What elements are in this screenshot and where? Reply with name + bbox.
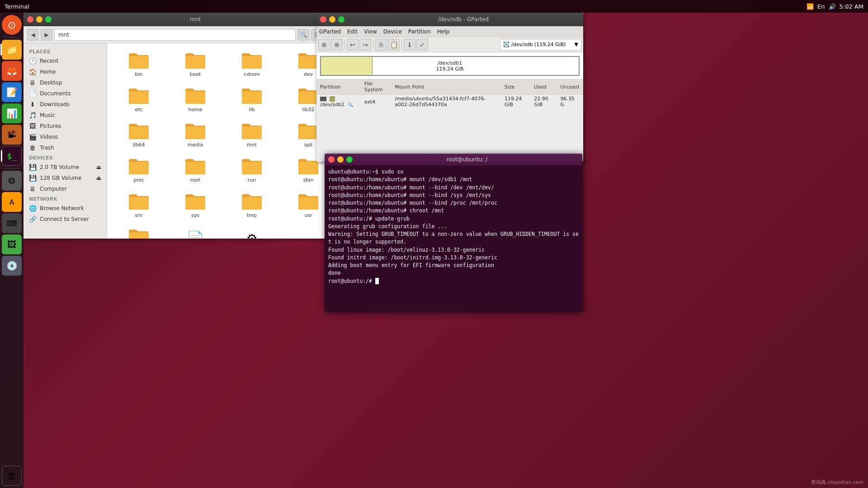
gp-btn-info[interactable]: ℹ <box>404 39 415 51</box>
launcher-icon-browser[interactable]: 🦊 <box>2 61 22 81</box>
device-selector[interactable]: 💽 /dev/sdb (119.24 GiB) ▼ <box>500 39 581 51</box>
partition-mount: /media/ubuntu/55a31434-fcf7-4076-a002-26… <box>391 94 501 109</box>
gp-btn-apply[interactable]: ↪ <box>359 39 371 51</box>
sidebar-item-connect-server[interactable]: 🔗 Connect to Server <box>24 214 107 225</box>
sidebar-item-music[interactable]: 🎵 Music <box>24 110 107 121</box>
file-item[interactable]: lib64 <box>112 118 166 151</box>
sidebar-item-desktop[interactable]: 🖥 Desktop <box>24 77 107 88</box>
gparted-menu-view[interactable]: View <box>364 28 377 35</box>
partition-size-cell: 119.24 GiB <box>501 94 530 109</box>
terminal-max-btn[interactable] <box>346 156 353 163</box>
terminal-line: root@ubuntu:/home/ubuntu# chroot /mnt <box>328 207 579 215</box>
launcher-icon-shortcuts[interactable]: ⌨ <box>2 213 22 233</box>
terminal-min-btn[interactable] <box>337 156 344 163</box>
file-label: sbin <box>303 177 314 183</box>
launcher-icon-amazon[interactable]: A <box>2 192 22 212</box>
file-item[interactable]: media <box>168 118 222 151</box>
connect-server-icon: 🔗 <box>29 216 36 223</box>
gparted-close-btn[interactable] <box>320 16 326 23</box>
gparted-menu-partition[interactable]: Partition <box>408 28 431 35</box>
file-manager-min-btn[interactable] <box>36 16 42 23</box>
launcher-icon-image-viewer[interactable]: 🖼 <box>2 235 22 254</box>
launcher-icon-disk[interactable]: 💿 <box>2 256 22 276</box>
back-button[interactable]: ◀ <box>27 29 39 41</box>
file-item[interactable]: root <box>168 154 222 187</box>
file-item[interactable]: tmp <box>225 189 279 222</box>
launcher-icon-terminal[interactable]: $_ <box>2 146 22 166</box>
eject-2tb-icon[interactable]: ⏏ <box>96 164 101 170</box>
file-manager-max-btn[interactable] <box>45 16 52 23</box>
gparted-menu-edit[interactable]: Edit <box>347 28 358 35</box>
gp-btn-undo[interactable]: ↩ <box>347 39 359 51</box>
folder-icon <box>128 157 150 175</box>
launcher-icon-calc[interactable]: 📊 <box>2 103 22 123</box>
sidebar-item-2tb[interactable]: 💾 2.0 TB Volume ⏏ <box>24 162 107 173</box>
gp-btn-paste[interactable]: 📋 <box>388 39 400 51</box>
gparted-max-btn[interactable] <box>338 16 344 23</box>
file-item[interactable]: run <box>225 154 279 187</box>
sidebar-item-recent[interactable]: 🕐 Recent <box>24 56 107 66</box>
folder-icon <box>128 52 150 70</box>
search-button[interactable]: 🔍 <box>297 29 309 41</box>
sidebar-item-browse-network[interactable]: 🌐 Browse Network <box>24 203 107 214</box>
path-bar[interactable]: mnt <box>54 29 296 41</box>
browse-network-icon: 🌐 <box>29 205 36 212</box>
file-item[interactable]: cdrom <box>225 48 279 81</box>
terminal-line: root@ubuntu:/home/ubuntu# mount --bind /… <box>328 199 579 207</box>
gparted-menu-device[interactable]: Device <box>383 28 402 35</box>
gp-btn-copy[interactable]: ⎘ <box>375 39 387 51</box>
launcher-icon-trash[interactable]: 🗑 <box>2 466 22 486</box>
gparted-menu-help[interactable]: Help <box>437 28 449 35</box>
file-label: cdrom <box>244 71 260 77</box>
sidebar-item-pictures[interactable]: 🖼 Pictures <box>24 121 107 131</box>
file-item[interactable]: home <box>168 83 222 116</box>
file-manager-window: mnt ◀ ▶ mnt 🔍 ☰ ⋯ Places 🕐 Recent 🏠 Home… <box>24 13 340 239</box>
forward-button[interactable]: ▶ <box>41 29 52 41</box>
terminal-cursor <box>375 278 379 284</box>
sidebar-item-computer[interactable]: 🖥 Computer <box>24 183 107 194</box>
launcher-icon-writer[interactable]: 📝 <box>2 82 22 102</box>
gparted-menu-gparted[interactable]: GParted <box>319 28 341 35</box>
terminal-content[interactable]: ubuntu@ubuntu:~$ sudo suroot@ubuntu:/hom… <box>325 165 582 312</box>
sidebar-item-home[interactable]: 🏠 Home <box>24 66 107 77</box>
sidebar-item-trash[interactable]: 🗑 Trash <box>24 142 107 153</box>
gp-btn-remove[interactable]: ⊗ <box>331 39 343 51</box>
watermark: 查词典.chazidian.com <box>811 479 863 486</box>
launcher-icon-settings[interactable]: ⚙ <box>2 171 22 191</box>
partition-bar-container: /dev/sdb1 119.24 GiB <box>316 52 583 80</box>
gparted-min-btn[interactable] <box>329 16 335 23</box>
terminal-close-btn[interactable] <box>328 156 335 163</box>
file-item[interactable]: boot <box>168 48 222 81</box>
file-item[interactable]: sys <box>168 189 222 222</box>
volume-128gb-label: 128 GB Volume <box>40 175 82 181</box>
file-item[interactable]: srv <box>112 189 166 222</box>
terminal-line: Found initrd image: /boot/initrd.img-3.1… <box>328 254 579 262</box>
sidebar-item-videos[interactable]: 🎬 Videos <box>24 131 107 142</box>
sidebar-item-downloads[interactable]: ⬇ Downloads <box>24 99 107 110</box>
col-size: Size <box>501 80 530 94</box>
file-item[interactable]: ⚙ vmlinuz <box>225 224 279 239</box>
file-manager-close-btn[interactable] <box>27 16 33 23</box>
eject-128gb-icon[interactable]: ⏏ <box>96 175 101 181</box>
folder-icon <box>184 87 206 105</box>
terminal-line: Warning: Setting GRUB_TIMEOUT to a non-z… <box>328 230 579 238</box>
gp-btn-new[interactable]: ⊕ <box>318 39 330 51</box>
file-item[interactable]: bin <box>112 48 166 81</box>
folder-icon <box>128 122 150 140</box>
file-item[interactable]: var <box>112 224 166 239</box>
table-row[interactable]: /dev/sdb1 🔍 ext4 /media/ubuntu/55a31434-… <box>316 94 583 109</box>
launcher-icon-impress[interactable]: 📽 <box>2 125 22 145</box>
file-item[interactable]: etc <box>112 83 166 116</box>
file-item[interactable]: mnt <box>225 118 279 151</box>
sidebar-item-128gb[interactable]: 💾 128 GB Volume ⏏ <box>24 173 107 183</box>
file-item[interactable]: lib <box>225 83 279 116</box>
file-item[interactable]: proc <box>112 154 166 187</box>
terminal-line: root@ubuntu:/home/ubuntu# mount --bind /… <box>328 192 579 199</box>
folder-icon <box>297 192 319 211</box>
file-item[interactable]: 📄 initrd.img <box>168 224 222 239</box>
launcher-icon-files[interactable]: 📁 <box>2 40 22 60</box>
recent-icon: 🕐 <box>29 57 36 65</box>
gp-btn-check[interactable]: ✓ <box>416 39 428 51</box>
launcher-icon-ubuntu[interactable]: ⊙ <box>2 15 22 35</box>
sidebar-item-documents[interactable]: 📄 Documents <box>24 88 107 99</box>
